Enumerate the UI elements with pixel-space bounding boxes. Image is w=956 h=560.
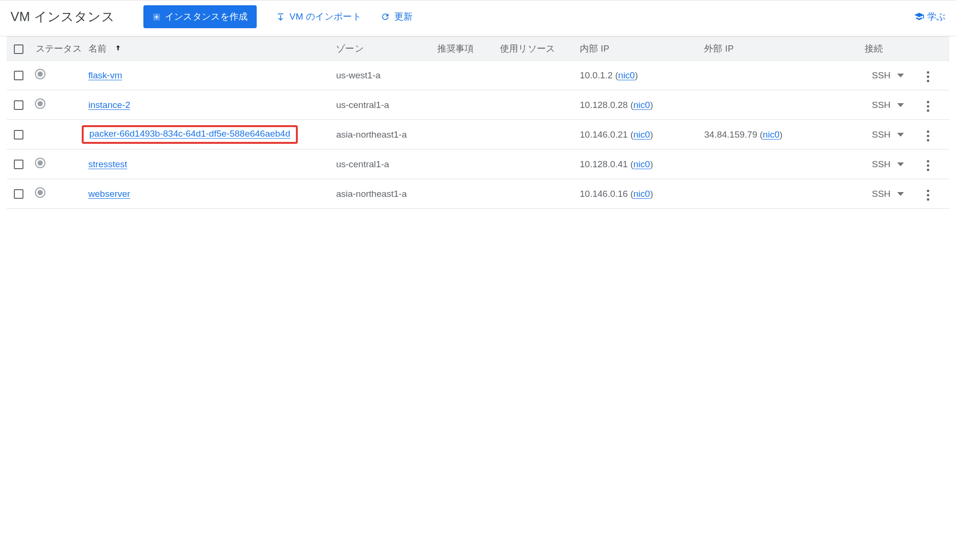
recommendation-cell	[433, 61, 495, 90]
ssh-button[interactable]: SSH	[869, 68, 907, 83]
usage-cell	[495, 179, 575, 209]
refresh-icon	[380, 12, 390, 22]
instance-name-link[interactable]: stresstest	[88, 159, 127, 169]
ssh-button[interactable]: SSH	[869, 128, 907, 142]
ssh-label: SSH	[872, 129, 891, 140]
ssh-label: SSH	[872, 70, 891, 81]
table-row: packer-66d1493b-834c-64d1-df5e-588e646ae…	[7, 120, 949, 150]
internal-nic-link[interactable]: nic0	[618, 70, 635, 80]
recommendation-cell	[433, 120, 495, 150]
instance-name-link[interactable]: flask-vm	[88, 70, 122, 80]
table-row: stresstestus-central1-a10.128.0.41 (nic0…	[7, 150, 949, 179]
status-icon	[36, 99, 44, 108]
instance-name-link[interactable]: webserver	[88, 189, 130, 199]
header-menu	[907, 37, 949, 61]
refresh-label: 更新	[394, 11, 413, 23]
external-ip-cell	[699, 90, 836, 120]
status-cell	[31, 90, 84, 120]
ssh-label: SSH	[872, 159, 891, 170]
name-cell: flask-vm	[84, 61, 331, 90]
learn-label: 学ぶ	[927, 11, 945, 23]
row-actions-menu[interactable]	[924, 68, 932, 85]
sort-ascending-icon	[114, 44, 122, 52]
status-cell	[31, 179, 84, 209]
ssh-label: SSH	[872, 189, 891, 199]
header-connect[interactable]: 接続	[836, 37, 907, 61]
internal-nic-link[interactable]: nic0	[633, 159, 650, 169]
internal-ip-cell: 10.128.0.28 (nic0)	[575, 90, 699, 120]
toolbar: VM インスタンス インスタンスを作成 VM のインポート 更新 学ぶ	[0, 0, 956, 36]
row-checkbox[interactable]	[14, 71, 23, 80]
internal-ip-value: 10.146.0.21	[580, 129, 628, 140]
internal-nic-link[interactable]: nic0	[633, 189, 650, 199]
row-actions-menu[interactable]	[924, 157, 932, 174]
status-icon	[36, 159, 44, 167]
instance-name-link[interactable]: packer-66d1493b-834c-64d1-df5e-588e646ae…	[89, 129, 290, 139]
header-status[interactable]: ステータス	[31, 37, 84, 61]
internal-ip-value: 10.128.0.41	[580, 159, 628, 169]
row-checkbox-cell	[7, 150, 31, 179]
create-instance-label: インスタンスを作成	[165, 11, 248, 23]
connect-cell: SSH	[836, 120, 907, 150]
internal-ip-cell: 10.146.0.16 (nic0)	[575, 179, 699, 209]
usage-cell	[495, 120, 575, 150]
ssh-button[interactable]: SSH	[869, 157, 907, 172]
status-cell	[31, 61, 84, 90]
internal-ip-value: 10.146.0.16	[580, 189, 628, 199]
zone-cell: asia-northeast1-a	[331, 120, 433, 150]
row-checkbox[interactable]	[14, 100, 23, 110]
internal-ip-cell: 10.0.1.2 (nic0)	[575, 61, 699, 90]
external-ip-value: 34.84.159.79	[704, 129, 757, 140]
ssh-button[interactable]: SSH	[869, 98, 907, 112]
create-instance-button[interactable]: インスタンスを作成	[143, 5, 257, 28]
table-row: flask-vmus-west1-a10.0.1.2 (nic0)SSH	[7, 61, 949, 90]
row-actions-menu[interactable]	[924, 187, 932, 204]
import-vm-button[interactable]: VM のインポート	[276, 11, 361, 23]
connect-cell: SSH	[836, 61, 907, 90]
import-icon	[276, 12, 285, 22]
row-actions-menu[interactable]	[924, 128, 932, 144]
row-menu-cell	[907, 179, 949, 209]
instance-name-link[interactable]: instance-2	[88, 100, 130, 110]
chevron-down-icon	[897, 103, 904, 107]
usage-cell	[495, 90, 575, 120]
table-row: instance-2us-central1-a10.128.0.28 (nic0…	[7, 90, 949, 120]
header-zone[interactable]: ゾーン	[331, 37, 433, 61]
chevron-down-icon	[897, 133, 904, 137]
connect-cell: SSH	[836, 90, 907, 120]
recommendation-cell	[433, 150, 495, 179]
internal-nic-link[interactable]: nic0	[633, 129, 650, 140]
row-checkbox-cell	[7, 61, 31, 90]
learn-icon	[914, 11, 924, 22]
zone-cell: us-west1-a	[331, 61, 433, 90]
row-checkbox-cell	[7, 90, 31, 120]
chevron-down-icon	[897, 192, 904, 196]
external-nic-link[interactable]: nic0	[763, 129, 780, 140]
row-checkbox[interactable]	[14, 130, 23, 140]
ssh-button[interactable]: SSH	[869, 187, 907, 201]
row-actions-menu[interactable]	[924, 98, 932, 115]
learn-link[interactable]: 学ぶ	[914, 11, 945, 23]
row-menu-cell	[907, 150, 949, 179]
select-all-checkbox[interactable]	[14, 44, 23, 54]
external-ip-cell	[699, 150, 836, 179]
refresh-button[interactable]: 更新	[380, 11, 413, 23]
header-name[interactable]: 名前	[84, 37, 331, 61]
table-row: webserverasia-northeast1-a10.146.0.16 (n…	[7, 179, 949, 209]
zone-cell: us-central1-a	[331, 90, 433, 120]
highlight-box: packer-66d1493b-834c-64d1-df5e-588e646ae…	[82, 125, 298, 144]
name-cell: packer-66d1493b-834c-64d1-df5e-588e646ae…	[84, 120, 331, 150]
row-checkbox[interactable]	[14, 160, 23, 169]
recommendation-cell	[433, 90, 495, 120]
chevron-down-icon	[897, 74, 904, 77]
chevron-down-icon	[897, 162, 904, 166]
status-cell	[31, 120, 84, 150]
name-cell: instance-2	[84, 90, 331, 120]
internal-nic-link[interactable]: nic0	[633, 100, 650, 110]
header-usage[interactable]: 使用リソース	[495, 37, 575, 61]
import-vm-label: VM のインポート	[290, 11, 361, 23]
header-internal-ip[interactable]: 内部 IP	[575, 37, 699, 61]
header-external-ip[interactable]: 外部 IP	[699, 37, 836, 61]
row-checkbox[interactable]	[14, 189, 23, 199]
header-recommendation[interactable]: 推奨事項	[433, 37, 495, 61]
